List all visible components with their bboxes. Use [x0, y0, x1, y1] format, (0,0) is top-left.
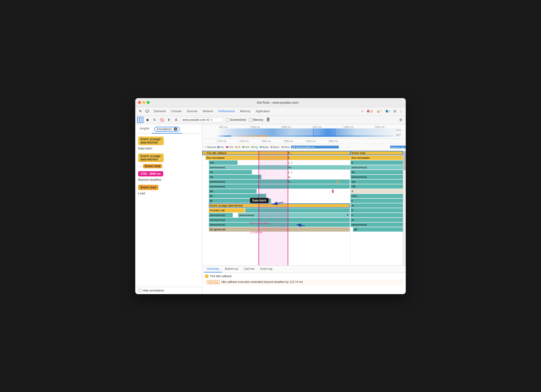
annotation-label-yt-page-1[interactable]: Event: yt-page-data-fetched — [138, 137, 164, 145]
main-content: Insights Annotations 4 Event: yt-page-da… — [135, 124, 406, 294]
annotation-card-load: Event: load Load — [138, 185, 199, 196]
settings-icon[interactable]: ⚙ — [392, 108, 398, 114]
right-row-qr[interactable]: qR — [351, 227, 403, 232]
toolbar-checkboxes: Screenshots Memory 🗄 — [226, 118, 270, 122]
flame-row-anon-1[interactable]: (anonymous) — [202, 165, 350, 170]
flame-row-anon-5[interactable]: (anonymous) Beyond deadline — [202, 222, 350, 227]
right-row-k[interactable]: k — [351, 198, 403, 203]
right-row-e[interactable]: E — [351, 208, 403, 213]
toolbar-settings-button[interactable]: ⚙ — [398, 117, 404, 123]
timeline-overview[interactable]: 992 ms 1992 ms 2992 ms 39|2 ms 4992 ms 5… — [202, 124, 406, 139]
more-indicator: ··· — [347, 145, 350, 148]
window-title: DevTools - www.youtube.com/ — [152, 101, 403, 104]
right-row-microtasks[interactable]: Run microtasks — [351, 155, 403, 160]
tab-call-tree[interactable]: Call tree — [241, 266, 258, 272]
right-row-b[interactable]: b — [351, 160, 403, 165]
record-button[interactable]: ⏺ — [144, 117, 151, 123]
tick-3792: 3792 ms — [239, 140, 261, 143]
annotation-label-load[interactable]: Event: load — [138, 185, 158, 190]
cpu-label: CPU — [396, 129, 401, 132]
arrow-icon: → — [138, 164, 141, 168]
traffic-lights — [138, 101, 150, 104]
legend-wasm: Wasm — [270, 146, 280, 148]
tab-sources[interactable]: Sources — [184, 109, 200, 114]
close-button[interactable] — [138, 101, 141, 104]
ruler-mark-1992: 1992 ms — [250, 125, 281, 128]
screenshots-checkbox[interactable]: Screenshots — [226, 118, 246, 122]
memory-checkbox[interactable]: Memory — [249, 118, 263, 122]
legend-js: JS — [235, 146, 240, 148]
error-indicators: ✕ 12 ! 7 i 1 — [366, 110, 392, 113]
timeline-ruler: 992 ms 1992 ms 2992 ms 39|2 ms 4992 ms 5… — [202, 124, 406, 128]
flame-row-fire-idle[interactable]: → Fire idle callback — [202, 151, 350, 155]
detail-ruler: 3742 ms 3792 ms 3842 ms 3892 ms 3942 ms … — [202, 139, 406, 144]
annotation-label-yt-page-2[interactable]: Event: yt-page-data-fetched — [138, 154, 164, 162]
hide-annotations-row[interactable]: Hide annotations — [135, 287, 202, 294]
bottom-content: Fire idle callback Warning Idle callback… — [202, 273, 406, 294]
tab-elements[interactable]: Elements — [151, 109, 168, 114]
more-tabs-button[interactable]: » — [360, 109, 365, 114]
tab-bottom-up[interactable]: Bottom-up — [222, 266, 241, 272]
scrollbar-thumb[interactable] — [403, 151, 406, 170]
tab-application[interactable]: Application — [253, 109, 272, 114]
upload-button[interactable]: ⬆ — [166, 117, 172, 123]
hide-annotations-checkbox[interactable] — [138, 289, 141, 292]
more-options-icon[interactable]: ⋮ — [398, 108, 404, 114]
flame-row-rla[interactable]: rla — [202, 170, 350, 175]
right-row-x[interactable]: X — [351, 189, 403, 194]
clear-button[interactable]: 🚫 — [159, 117, 165, 123]
tab-network[interactable]: Network — [200, 109, 216, 114]
right-row-jv[interactable]: Jv — [351, 203, 403, 208]
device-icon[interactable] — [144, 108, 150, 114]
flame-row-anon-dropdown[interactable]: (anonymous) (anonymous) ▼ — [202, 213, 350, 217]
right-row-qm[interactable]: Qm — [351, 179, 403, 184]
tab-annotations[interactable]: Annotations 4 — [152, 125, 182, 133]
flame-row-anon-2[interactable]: (anonymous) — [202, 179, 350, 184]
img-color — [251, 146, 253, 148]
flame-row-flb[interactable]: flb — [202, 194, 350, 198]
cursor-icon[interactable] — [137, 108, 143, 114]
tab-memory[interactable]: Memory — [238, 109, 253, 114]
right-row-cgx[interactable]: cGX_ — [351, 194, 403, 198]
flame-row-klb[interactable]: klb — [202, 189, 350, 194]
tab-summary[interactable]: Summary — [204, 266, 222, 272]
svg-rect-1 — [146, 112, 148, 112]
right-row-event-load[interactable]: Event: load — [351, 151, 403, 155]
tab-console[interactable]: Console — [169, 109, 184, 114]
network-legend: Doc CSS JS Font — [217, 146, 290, 148]
flame-row-function-call[interactable]: Function call — [202, 208, 350, 213]
flame-row-vla[interactable]: vla — [202, 175, 350, 179]
maximize-button[interactable] — [147, 101, 150, 104]
tick-3992: 3992 ms — [328, 140, 350, 143]
right-row-pc[interactable]: pc — [351, 217, 403, 222]
annotation-label-event-load[interactable]: Event: load — [143, 164, 162, 168]
flame-row-event-yt[interactable]: Event: yt-page-data-fetched — [202, 203, 350, 208]
minimize-button[interactable] — [142, 101, 145, 104]
flame-row-jlb[interactable]: jlb Data fetch — [202, 198, 350, 203]
right-row-anon-2[interactable]: (anonymous) — [351, 175, 403, 179]
right-row-anon-3[interactable]: (anonymous) — [351, 222, 403, 227]
legend-other: Other — [281, 146, 290, 148]
right-row-anon-1[interactable]: (anonymous) — [351, 165, 403, 170]
right-row-aa[interactable]: Aa — [351, 170, 403, 175]
sidebar-toggle-button[interactable] — [137, 117, 143, 123]
ruler-mark-3992: 39|2 ms — [312, 125, 343, 128]
tab-event-log[interactable]: Event log — [257, 266, 275, 272]
recording-selector[interactable]: www.youtube.com #2 ▼ — [180, 117, 223, 122]
network-item-get[interactable]: get (www.youtube.co... — [291, 146, 339, 148]
right-row-gb[interactable]: GB — [351, 184, 403, 189]
flame-row-yka[interactable]: yka — [202, 160, 350, 165]
flame-row-anon-3[interactable]: (anonymous) — [202, 184, 350, 189]
vertical-scrollbar[interactable] — [403, 151, 406, 265]
network-item-psd[interactable]: PSDnSI_8fd... — [390, 146, 406, 148]
memory-icon: 🗄 — [266, 118, 270, 122]
download-button[interactable]: ⬇ — [173, 117, 179, 123]
flame-row-run-microtasks[interactable]: Run microtasks — [202, 155, 350, 160]
refresh-button[interactable]: ↻ — [151, 117, 158, 123]
right-row-ri[interactable]: ri — [351, 213, 403, 217]
flame-row-on-ignore[interactable]: On ignore list 113.80 ms — [202, 227, 350, 232]
flame-row-anon-4[interactable]: (anonymous) — [202, 217, 350, 222]
annotation-label-deadline[interactable]: 3783 - 3896 ms — [138, 171, 163, 176]
tab-insights[interactable]: Insights — [137, 125, 152, 133]
tab-performance[interactable]: Performance — [216, 109, 237, 114]
